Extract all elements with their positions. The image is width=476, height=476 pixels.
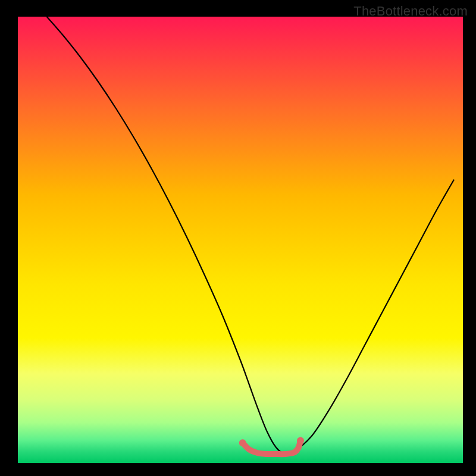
watermark-text: TheBottleneck.com <box>353 4 468 19</box>
bottleneck-chart <box>0 0 476 476</box>
chart-gradient-bg <box>18 17 463 463</box>
endpoint-dot <box>239 439 246 446</box>
endpoint-dot <box>297 437 304 444</box>
